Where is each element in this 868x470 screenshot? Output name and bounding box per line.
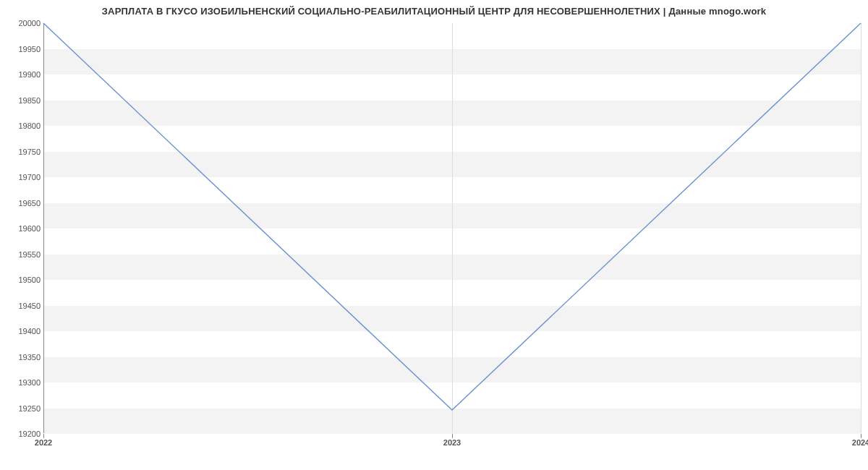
y-tick-label: 19900 bbox=[3, 70, 41, 79]
y-tick-label: 19850 bbox=[3, 96, 41, 105]
x-tick-label: 2022 bbox=[35, 438, 52, 447]
y-tick-label: 19250 bbox=[3, 404, 41, 413]
y-tick-label: 19750 bbox=[3, 148, 41, 156]
y-tick-label: 19400 bbox=[3, 327, 41, 336]
y-tick-label: 19600 bbox=[3, 224, 41, 233]
chart-container: { "chart_data": { "type": "line", "title… bbox=[0, 0, 868, 470]
y-tick-label: 19500 bbox=[3, 275, 41, 284]
plot-area bbox=[43, 23, 861, 434]
y-tick-label: 20000 bbox=[3, 19, 41, 27]
y-tick-label: 19700 bbox=[3, 173, 41, 181]
grid-vline bbox=[452, 23, 453, 433]
y-tick-label: 19200 bbox=[3, 430, 41, 438]
grid-vline bbox=[43, 23, 44, 433]
y-tick-label: 19800 bbox=[3, 121, 41, 130]
y-tick-label: 19350 bbox=[3, 353, 41, 362]
x-tick-label: 2024 bbox=[852, 438, 868, 447]
y-tick-label: 19450 bbox=[3, 302, 41, 310]
grid-vline bbox=[861, 23, 861, 433]
y-tick-label: 19550 bbox=[3, 250, 41, 259]
y-tick-label: 19950 bbox=[3, 45, 41, 54]
y-tick-label: 19650 bbox=[3, 199, 41, 208]
x-tick-label: 2023 bbox=[443, 438, 461, 447]
chart-title: ЗАРПЛАТА В ГКУСО ИЗОБИЛЬНЕНСКИЙ СОЦИАЛЬН… bbox=[0, 6, 868, 17]
y-tick-label: 19300 bbox=[3, 378, 41, 387]
